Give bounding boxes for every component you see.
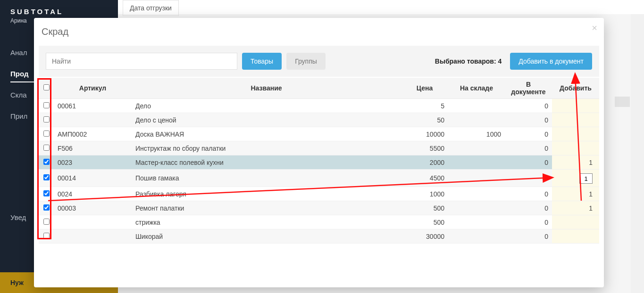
search-input[interactable]: [46, 53, 237, 70]
cell-indoc: 0: [505, 141, 552, 155]
cell-sku: 0023: [54, 155, 132, 170]
cell-name: Шикорай: [132, 229, 401, 244]
table-row[interactable]: Дело с ценой500: [39, 113, 599, 127]
selected-count: Выбрано товаров: 4: [435, 57, 502, 65]
row-checkbox[interactable]: [43, 159, 50, 165]
row-checkbox[interactable]: [43, 174, 50, 180]
row-checkbox[interactable]: [43, 190, 50, 196]
cell-add[interactable]: [552, 141, 599, 155]
close-icon[interactable]: ×: [592, 23, 597, 33]
col-price: Цена: [401, 78, 448, 99]
cell-stock: [448, 215, 505, 229]
cell-price: 500: [401, 215, 448, 229]
table-row[interactable]: 00061Дело50: [39, 99, 599, 113]
cell-price: 2000: [401, 155, 448, 170]
cell-price: 10000: [401, 127, 448, 141]
cell-indoc: 0: [505, 187, 552, 201]
cell-add[interactable]: [552, 113, 599, 127]
table-row[interactable]: 0024Разбивка лагеря100001: [39, 187, 599, 201]
table-row[interactable]: 0023Мастер-класс полевой кухни200001: [39, 155, 599, 170]
cell-indoc: 0: [505, 113, 552, 127]
cell-stock: [448, 99, 505, 113]
row-checkbox[interactable]: [43, 130, 50, 137]
row-checkbox[interactable]: [43, 204, 50, 211]
cell-add[interactable]: [552, 229, 599, 244]
cell-sku: [54, 215, 132, 229]
cell-sku: [54, 113, 132, 127]
cell-price: 50: [401, 113, 448, 127]
cell-sku: 00003: [54, 201, 132, 215]
cell-price: 1000: [401, 187, 448, 201]
col-add: Добавить: [552, 78, 599, 99]
cell-add[interactable]: [552, 99, 599, 113]
cell-stock: [448, 155, 505, 170]
cell-stock: 1000: [448, 127, 505, 141]
cell-stock: [448, 141, 505, 155]
table-row[interactable]: Шикорай300000: [39, 229, 599, 244]
cell-name: Доска ВАЖНАЯ: [132, 127, 401, 141]
qty-input[interactable]: [579, 173, 593, 184]
cell-name: Мастер-класс полевой кухни: [132, 155, 401, 170]
row-checkbox[interactable]: [43, 102, 50, 108]
col-name: Название: [132, 78, 401, 99]
cell-indoc: 0: [505, 229, 552, 244]
cell-sku: 00061: [54, 99, 132, 113]
cell-price: 30000: [401, 229, 448, 244]
table-row[interactable]: 00014Пошив гамака45000: [39, 170, 599, 187]
cell-sku: 0024: [54, 187, 132, 201]
tab-groups[interactable]: Группы: [286, 53, 326, 70]
logo: SUBTOTAL: [10, 8, 108, 16]
cell-indoc: 0: [505, 215, 552, 229]
cell-add[interactable]: 1: [552, 201, 599, 215]
cell-sku: АМП0002: [54, 127, 132, 141]
col-indoc: В документе: [505, 78, 552, 99]
shipdate-label: Дата отгрузки: [123, 0, 179, 16]
cell-sku: F506: [54, 141, 132, 155]
cell-add[interactable]: [552, 215, 599, 229]
cell-add[interactable]: 1: [552, 155, 599, 170]
row-checkbox[interactable]: [43, 145, 50, 151]
table-row[interactable]: 00003Ремонт палатки50001: [39, 201, 599, 215]
row-checkbox[interactable]: [43, 219, 50, 225]
tab-goods[interactable]: Товары: [242, 53, 282, 70]
cell-stock: [448, 170, 505, 187]
cell-add[interactable]: [552, 170, 599, 187]
cell-stock: [448, 201, 505, 215]
col-sku: Артикул: [54, 78, 132, 99]
cell-name: Разбивка лагеря: [132, 187, 401, 201]
cell-indoc: 0: [505, 127, 552, 141]
background-panel: Дата отгрузки: [118, 0, 644, 14]
col-stock: На складе: [448, 78, 505, 99]
cell-add[interactable]: [552, 127, 599, 141]
cell-name: стрижка: [132, 215, 401, 229]
cell-indoc: 0: [505, 170, 552, 187]
table-row[interactable]: F506Инструктаж по сбору палатки55000: [39, 141, 599, 155]
row-checkbox[interactable]: [43, 116, 50, 122]
cell-indoc: 0: [505, 201, 552, 215]
products-table: Артикул Название Цена На складе В докуме…: [39, 78, 599, 244]
cell-price: 5500: [401, 141, 448, 155]
cell-stock: [448, 187, 505, 201]
cell-name: Пошив гамака: [132, 170, 401, 187]
cell-indoc: 0: [505, 155, 552, 170]
background-block: [615, 97, 630, 107]
cell-price: 4500: [401, 170, 448, 187]
cell-sku: [54, 229, 132, 244]
modal-title: Скрад: [39, 26, 599, 37]
cell-stock: [448, 113, 505, 127]
cell-price: 5: [401, 99, 448, 113]
window-scrollbar[interactable]: [631, 0, 644, 293]
select-all-checkbox[interactable]: [43, 84, 50, 90]
table-row[interactable]: АМП0002Доска ВАЖНАЯ1000010000: [39, 127, 599, 141]
table-row[interactable]: стрижка5000: [39, 215, 599, 229]
add-to-document-button[interactable]: Добавить в документ: [510, 53, 592, 70]
cell-name: Дело: [132, 99, 401, 113]
cell-price: 500: [401, 201, 448, 215]
row-checkbox[interactable]: [43, 233, 50, 239]
cell-stock: [448, 229, 505, 244]
cell-add[interactable]: 1: [552, 187, 599, 201]
cell-sku: 00014: [54, 170, 132, 187]
cell-name: Ремонт палатки: [132, 201, 401, 215]
cell-name: Дело с ценой: [132, 113, 401, 127]
modal-product-picker: × Скрад Товары Группы Выбрано товаров: 4…: [34, 18, 604, 287]
